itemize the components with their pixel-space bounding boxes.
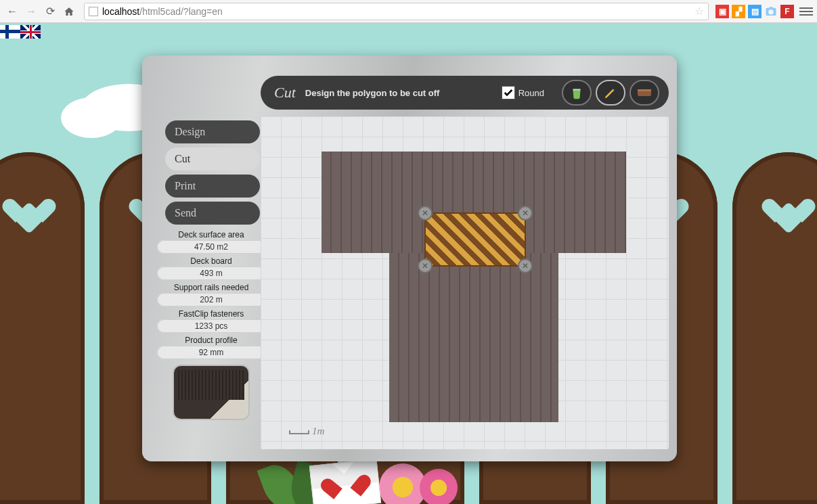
stat-board-label: Deck board	[157, 256, 265, 266]
stat-rails-label: Support rails needed	[157, 283, 265, 292]
reload-button[interactable]: ⟳	[42, 3, 58, 20]
scale-label: 1m	[312, 426, 324, 436]
extension-icon-2[interactable]: ▞	[732, 5, 745, 18]
deck-shape[interactable]	[322, 152, 626, 422]
pencil-tool[interactable]	[596, 80, 625, 106]
stats-panel: Deck surface area 47.50 m2 Deck board 49…	[157, 230, 265, 419]
browser-toolbar: ← → ⟳ localhost/html5cad/?lang=en ☆ ▣ ▞ …	[0, 0, 817, 23]
svg-rect-1	[638, 89, 651, 91]
url-domain: localhost	[102, 6, 139, 17]
flag-finland[interactable]	[0, 25, 20, 39]
product-thumbnail[interactable]	[174, 366, 248, 419]
round-option[interactable]: Round	[502, 86, 544, 99]
tab-print[interactable]: Print	[165, 175, 260, 198]
design-canvas[interactable]: ✕ ✕ ✕ ✕ 1m	[261, 116, 669, 449]
side-tabs: Design Cut Print Send	[165, 120, 260, 225]
stat-profile-label: Product profile	[157, 336, 265, 345]
menu-button[interactable]	[799, 5, 813, 18]
extension-icon-flipboard[interactable]: F	[780, 5, 794, 18]
cloud-decor	[61, 97, 122, 138]
envelope-decor	[309, 459, 381, 504]
stat-board-value: 493 m	[157, 267, 265, 280]
handle-bottom-left[interactable]: ✕	[418, 258, 433, 273]
page-icon	[89, 7, 98, 16]
handle-top-right[interactable]: ✕	[518, 206, 533, 221]
stat-profile-value: 92 mm	[157, 346, 265, 359]
flag-uk[interactable]	[20, 25, 41, 39]
stat-surface-value: 47.50 m2	[157, 240, 265, 254]
cad-app-panel: Cut Design the polygon to be cut off Rou…	[142, 55, 677, 461]
mode-hint: Design the polygon to be cut off	[305, 88, 440, 98]
stat-rails-value: 202 m	[157, 293, 265, 306]
tab-send[interactable]: Send	[165, 202, 260, 225]
round-label: Round	[518, 88, 544, 98]
top-toolbar: Cut Design the polygon to be cut off Rou…	[261, 76, 669, 110]
back-button[interactable]: ←	[4, 3, 20, 20]
eraser-tool[interactable]	[630, 80, 659, 106]
url-bar[interactable]: localhost/html5cad/?lang=en ☆	[84, 3, 709, 20]
stat-surface-label: Deck surface area	[157, 230, 265, 239]
extension-icon-1[interactable]: ▣	[715, 5, 729, 18]
tab-design[interactable]: Design	[165, 120, 260, 143]
bookmark-star-icon[interactable]: ☆	[694, 5, 704, 18]
handle-bottom-right[interactable]: ✕	[518, 258, 533, 273]
stat-fasteners-value: 1233 pcs	[157, 319, 265, 333]
language-flags	[0, 25, 41, 39]
url-path: /html5cad/?lang=en	[139, 6, 223, 17]
extension-icon-3[interactable]: ▤	[748, 5, 761, 18]
trash-tool[interactable]	[562, 80, 592, 106]
home-button[interactable]	[61, 3, 77, 20]
camera-icon[interactable]	[764, 5, 778, 18]
round-checkbox[interactable]	[502, 86, 515, 99]
handle-top-left[interactable]: ✕	[418, 206, 433, 221]
cut-polygon[interactable]: ✕ ✕ ✕ ✕	[424, 212, 526, 267]
scale-indicator: 1m	[289, 426, 324, 437]
page-background: Cut Design the polygon to be cut off Rou…	[0, 23, 817, 504]
tab-cut[interactable]: Cut	[165, 147, 260, 170]
forward-button[interactable]: →	[23, 3, 39, 20]
stat-fasteners-label: FastClip fasteners	[157, 309, 265, 319]
mode-title: Cut	[274, 84, 296, 101]
